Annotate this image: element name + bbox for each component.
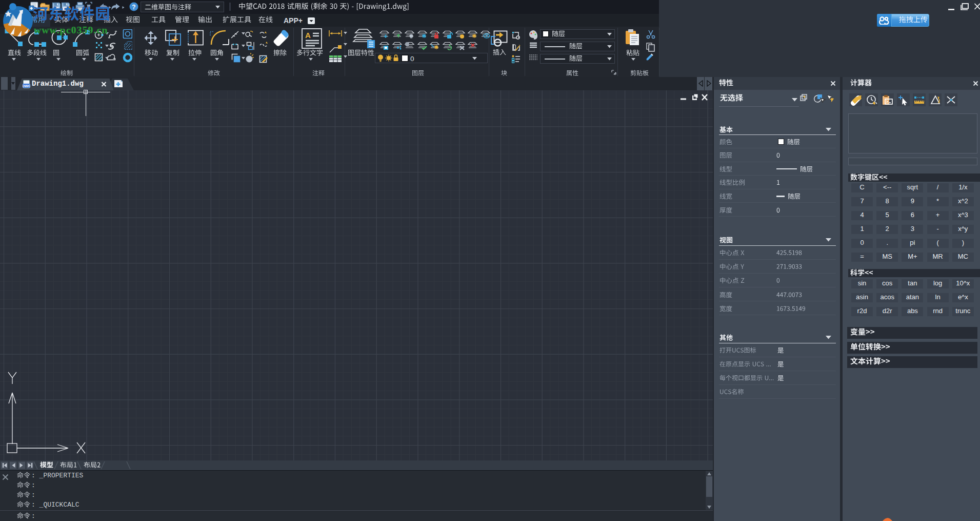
- svg-text:DWG: DWG: [23, 84, 30, 88]
- svg-text:www.pc0359.cn: www.pc0359.cn: [34, 25, 108, 35]
- svg-text:?: ?: [132, 4, 135, 11]
- svg-text:A: A: [305, 31, 311, 40]
- svg-text:0: 0: [410, 55, 414, 63]
